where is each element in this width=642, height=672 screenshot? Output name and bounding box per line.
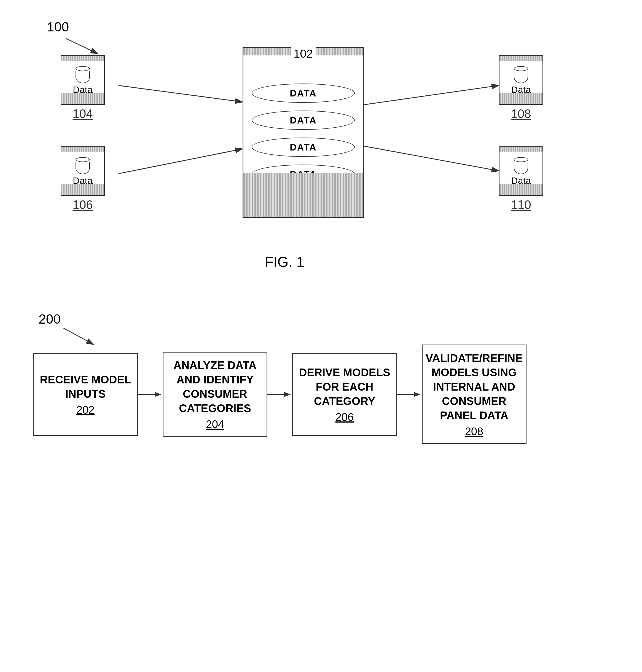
device-104: Data 104 <box>55 55 110 121</box>
device-106-db-icon <box>76 157 90 174</box>
device-104-label: 104 <box>73 107 93 121</box>
device-108-db-icon <box>514 66 528 83</box>
device-108-bottom-stripe <box>500 93 542 104</box>
svg-line-4 <box>118 149 243 174</box>
device-108-label: 108 <box>511 107 531 121</box>
flow-box-202-num: 202 <box>76 404 95 416</box>
device-108-body: Data <box>499 55 543 105</box>
device-106-top-stripe <box>61 147 104 152</box>
flow-arrow-2 <box>267 389 292 400</box>
rack-bottom-section <box>243 173 363 217</box>
server-rack-102: 102 DATA DATA DATA DATA <box>243 47 364 218</box>
device-110-top-stripe <box>500 147 542 152</box>
svg-line-5 <box>364 86 499 105</box>
flow-box-202: RECEIVE MODEL INPUTS 202 <box>33 353 138 436</box>
device-110-body: Data <box>499 146 543 196</box>
svg-line-3 <box>118 86 243 102</box>
db-108-cylinder-body <box>514 71 528 83</box>
db-cylinder-top <box>76 66 90 71</box>
device-104-db-icon <box>76 66 90 83</box>
device-106: Data 106 <box>55 146 110 212</box>
flow-arrow-2-svg <box>267 389 292 400</box>
flow-arrow-1-svg <box>138 389 163 400</box>
device-108: Data 108 <box>493 55 549 121</box>
device-110-db-icon <box>514 157 528 174</box>
device-110-label: 110 <box>511 198 531 212</box>
db-cylinder-body <box>76 71 90 83</box>
device-110-bottom-stripe <box>500 184 542 195</box>
flow-box-206-num: 206 <box>335 411 354 423</box>
flowchart: RECEIVE MODEL INPUTS 202 ANALYZE DATA AN… <box>33 345 612 444</box>
data-disk-3: DATA <box>252 138 355 157</box>
svg-line-6 <box>364 146 499 171</box>
db-106-cylinder-top <box>76 157 90 162</box>
device-110: Data 110 <box>493 146 549 212</box>
data-disks-container: DATA DATA DATA DATA <box>252 83 355 184</box>
flow-arrow-3-svg <box>397 389 422 400</box>
diagram-label-100: 100 <box>47 19 69 35</box>
db-108-cylinder-top <box>514 66 528 71</box>
fig1-caption: FIG. 1 <box>265 254 304 270</box>
svg-line-2 <box>66 39 98 54</box>
rack-label-102: 102 <box>291 47 316 60</box>
svg-line-8 <box>63 328 94 345</box>
flow-box-206: DERIVE MODELS FOR EACH CATEGORY 206 <box>292 353 397 436</box>
flow-box-208-num: 208 <box>465 425 484 438</box>
device-104-bottom-stripe <box>61 93 104 104</box>
device-104-top-stripe <box>61 56 104 61</box>
device-106-bottom-stripe <box>61 184 104 195</box>
device-108-top-stripe <box>500 56 542 61</box>
flow-box-204: ANALYZE DATA AND IDENTIFY CONSUMER CATEG… <box>163 352 267 437</box>
fig2-label-arrow <box>39 311 121 347</box>
flow-arrow-1 <box>138 389 163 400</box>
flow-box-206-text: DERIVE MODELS FOR EACH CATEGORY <box>297 365 392 408</box>
db-110-cylinder-top <box>514 157 528 162</box>
db-106-cylinder-body <box>76 162 90 174</box>
page: 100 <box>0 0 642 672</box>
data-disk-2: DATA <box>252 111 355 130</box>
db-110-cylinder-body <box>514 162 528 174</box>
data-disk-1: DATA <box>252 83 355 103</box>
flow-box-208-text: VALIDATE/REFINE MODELS USING INTERNAL AN… <box>426 351 523 423</box>
flow-box-202-text: RECEIVE MODEL INPUTS <box>38 372 132 401</box>
flow-box-208: VALIDATE/REFINE MODELS USING INTERNAL AN… <box>422 345 526 444</box>
device-106-body: Data <box>61 146 105 196</box>
flow-box-204-text: ANALYZE DATA AND IDENTIFY CONSUMER CATEG… <box>168 358 262 415</box>
device-104-body: Data <box>61 55 105 105</box>
flow-box-204-num: 204 <box>206 418 224 430</box>
flow-arrow-3 <box>397 389 422 400</box>
device-106-label: 106 <box>73 198 93 212</box>
